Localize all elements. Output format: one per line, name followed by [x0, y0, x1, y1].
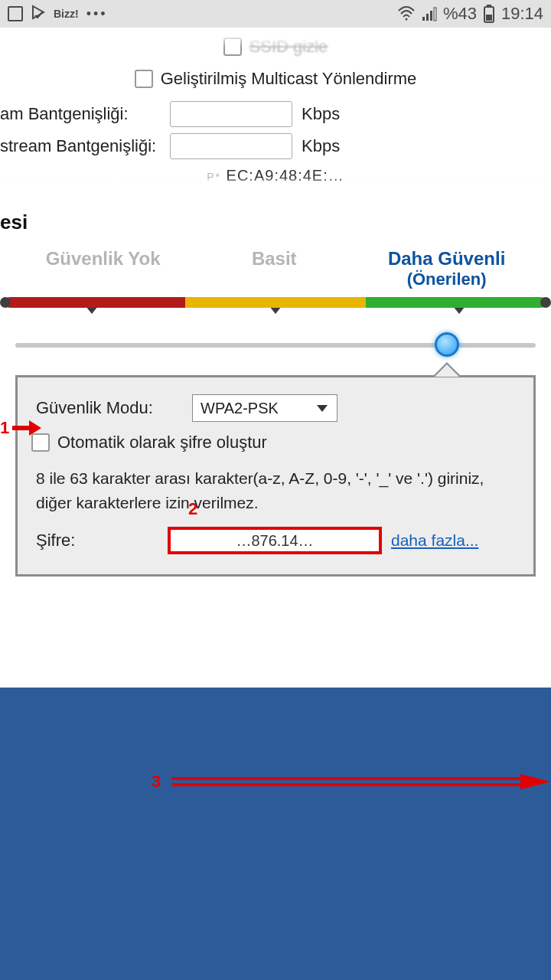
- panel-pointer-icon: [435, 364, 459, 377]
- security-panel: Güvenlik Modu: WPA2-PSK Otomatik olarak …: [15, 375, 536, 577]
- status-left: Bizz! •••: [8, 5, 108, 24]
- password-value: …876.14…: [236, 532, 313, 550]
- svg-marker-14: [520, 774, 551, 789]
- annotation-2-number: 2: [188, 499, 197, 518]
- strength-cap-right: [540, 297, 551, 308]
- downstream-bandwidth-label: stream Bantgenişliği:: [0, 136, 161, 156]
- wifi-icon: [397, 6, 416, 21]
- security-strength-bar: [0, 297, 551, 314]
- password-row: Şifre: …876.14… daha fazla...: [36, 527, 515, 554]
- more-notifications-icon: •••: [86, 6, 108, 22]
- gallery-icon: [8, 6, 23, 21]
- downstream-bandwidth-row: stream Bantgenişliği: Kbps: [0, 133, 551, 159]
- strength-segment-strong: [366, 297, 546, 308]
- settings-form-top: SSID gizle Geliştirilmiş Multicast Yönle…: [0, 28, 551, 185]
- svg-rect-2: [422, 17, 425, 21]
- downstream-bandwidth-unit: Kbps: [302, 136, 340, 156]
- password-label: Şifre:: [36, 531, 158, 550]
- annotation-3-number: 3: [152, 772, 161, 792]
- password-input[interactable]: …876.14…: [168, 527, 382, 554]
- annotation-1-number: 1: [0, 418, 9, 438]
- tab-no-security[interactable]: Güvenlik Yok: [46, 248, 161, 289]
- mac-address: P* EC:A9:48:4E:…: [0, 167, 551, 185]
- status-right: %43 19:14: [397, 4, 543, 24]
- play-store-icon: [31, 5, 46, 24]
- arrow-right-long-icon: [171, 774, 551, 789]
- hidden-ssid-checkbox[interactable]: [223, 38, 242, 56]
- svg-rect-8: [486, 15, 492, 21]
- downstream-bandwidth-input[interactable]: [170, 133, 292, 159]
- tab-more-secure[interactable]: Daha Güvenli (Önerilen): [388, 248, 505, 289]
- strength-segment-weak: [5, 297, 185, 308]
- annotation-3: 3: [152, 772, 551, 792]
- svg-marker-9: [317, 405, 328, 412]
- security-mode-select[interactable]: WPA2-PSK: [192, 394, 337, 422]
- annotation-2: 2: [188, 499, 197, 519]
- strength-cap-left: [0, 297, 11, 308]
- multicast-checkbox[interactable]: [135, 70, 153, 88]
- status-bar: Bizz! ••• %43 19:14: [0, 0, 551, 28]
- svg-rect-7: [487, 5, 491, 7]
- clock: 19:14: [501, 4, 543, 24]
- upstream-bandwidth-label: am Bantgenişliği:: [0, 104, 161, 124]
- security-tabs: Güvenlik Yok Basit Daha Güvenli (Önerile…: [0, 248, 551, 289]
- auto-generate-row: Otomatik olarak şifre oluştur: [31, 433, 515, 452]
- tab-basic[interactable]: Basit: [252, 248, 297, 289]
- hidden-ssid-row: SSID gizle: [0, 37, 551, 57]
- multicast-row: Geliştirilmiş Multicast Yönlendirme: [0, 69, 551, 89]
- password-hint: 8 ile 63 karakter arası karakter(a-z, A-…: [36, 466, 515, 514]
- bottom-panel: 3: [0, 688, 551, 980]
- hidden-ssid-label: SSID gizle: [249, 37, 328, 57]
- annotation-1: 1: [0, 418, 40, 438]
- chevron-down-icon: [315, 401, 329, 419]
- more-link[interactable]: daha fazla...: [391, 531, 478, 550]
- svg-rect-3: [426, 14, 429, 21]
- tab-more-secure-line1: Daha Güvenli: [388, 248, 505, 269]
- svg-marker-11: [29, 420, 41, 436]
- security-mode-value: WPA2-PSK: [201, 400, 279, 417]
- upstream-bandwidth-input[interactable]: [170, 101, 292, 127]
- upstream-bandwidth-row: am Bantgenişliği: Kbps: [0, 101, 551, 127]
- auto-generate-label: Otomatik olarak şifre oluştur: [57, 433, 267, 452]
- security-slider[interactable]: [15, 331, 536, 361]
- strength-segment-medium: [185, 297, 366, 308]
- security-mode-label: Güvenlik Modu:: [36, 398, 181, 418]
- section-title: esi: [0, 211, 551, 234]
- svg-rect-5: [434, 8, 436, 21]
- multicast-label: Geliştirilmiş Multicast Yönlendirme: [161, 69, 417, 89]
- arrow-right-icon: [11, 419, 40, 437]
- security-mode-row: Güvenlik Modu: WPA2-PSK: [36, 394, 515, 422]
- tab-more-secure-line2: (Önerilen): [388, 270, 505, 289]
- upstream-bandwidth-unit: Kbps: [302, 104, 340, 124]
- signal-icon: [422, 6, 437, 21]
- battery-icon: [483, 5, 495, 23]
- svg-point-1: [405, 18, 407, 21]
- notification-bizz: Bizz!: [54, 8, 79, 20]
- battery-percent: %43: [443, 4, 477, 24]
- svg-rect-4: [430, 11, 432, 21]
- slider-knob[interactable]: [435, 332, 459, 357]
